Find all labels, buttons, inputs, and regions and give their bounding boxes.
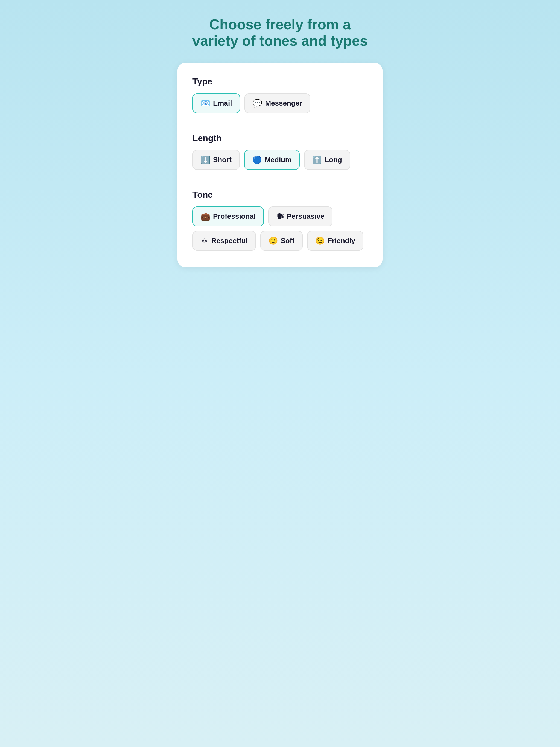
length-long-button[interactable]: ⬆️ Long: [304, 150, 350, 170]
length-label: Length: [193, 133, 367, 143]
tone-respectful-label: Respectful: [211, 236, 248, 245]
friendly-icon: 😉: [315, 236, 325, 245]
length-options-row: ⬇️ Short 🔵 Medium ⬆️ Long: [193, 150, 367, 170]
tone-persuasive-button[interactable]: 🗣 Persuasive: [268, 206, 332, 226]
email-icon: 📧: [201, 99, 210, 108]
type-section: Type 📧 Email 💬 Messenger: [193, 77, 367, 113]
long-icon: ⬆️: [312, 155, 322, 164]
tone-persuasive-label: Persuasive: [287, 212, 324, 221]
options-card: Type 📧 Email 💬 Messenger Length ⬇️ Short…: [177, 63, 383, 267]
tone-respectful-button[interactable]: ☺️ Respectful: [193, 231, 256, 251]
length-short-label: Short: [213, 156, 232, 164]
length-short-button[interactable]: ⬇️ Short: [193, 150, 240, 170]
tone-grid: 💼 Professional 🗣 Persuasive ☺️ Respectfu…: [193, 206, 367, 251]
tone-section: Tone 💼 Professional 🗣 Persuasive ☺️ Resp…: [193, 190, 367, 251]
page-headline: Choose freely from a variety of tones an…: [192, 17, 368, 49]
medium-icon: 🔵: [252, 155, 262, 164]
divider-1: [193, 123, 367, 123]
respectful-icon: ☺️: [201, 236, 209, 245]
divider-2: [193, 180, 367, 180]
type-email-label: Email: [213, 99, 232, 107]
length-long-label: Long: [325, 156, 342, 164]
professional-icon: 💼: [201, 212, 210, 221]
tone-professional-label: Professional: [213, 212, 256, 221]
short-icon: ⬇️: [201, 155, 210, 164]
tone-friendly-label: Friendly: [328, 236, 355, 245]
tone-row-1: 💼 Professional 🗣 Persuasive: [193, 206, 367, 226]
type-label: Type: [193, 77, 367, 87]
type-messenger-label: Messenger: [265, 99, 302, 107]
tone-soft-button[interactable]: 🙂 Soft: [260, 231, 303, 251]
length-section: Length ⬇️ Short 🔵 Medium ⬆️ Long: [193, 133, 367, 170]
length-medium-button[interactable]: 🔵 Medium: [244, 150, 300, 170]
persuasive-icon: 🗣: [276, 212, 284, 221]
tone-row-2: ☺️ Respectful 🙂 Soft 😉 Friendly: [193, 231, 367, 251]
type-email-button[interactable]: 📧 Email: [193, 93, 240, 113]
type-messenger-button[interactable]: 💬 Messenger: [245, 93, 310, 113]
type-options-row: 📧 Email 💬 Messenger: [193, 93, 367, 113]
tone-soft-label: Soft: [281, 236, 295, 245]
tone-professional-button[interactable]: 💼 Professional: [193, 206, 264, 226]
messenger-icon: 💬: [253, 99, 262, 108]
tone-label: Tone: [193, 190, 367, 200]
soft-icon: 🙂: [269, 236, 278, 245]
length-medium-label: Medium: [265, 156, 291, 164]
tone-friendly-button[interactable]: 😉 Friendly: [307, 231, 363, 251]
